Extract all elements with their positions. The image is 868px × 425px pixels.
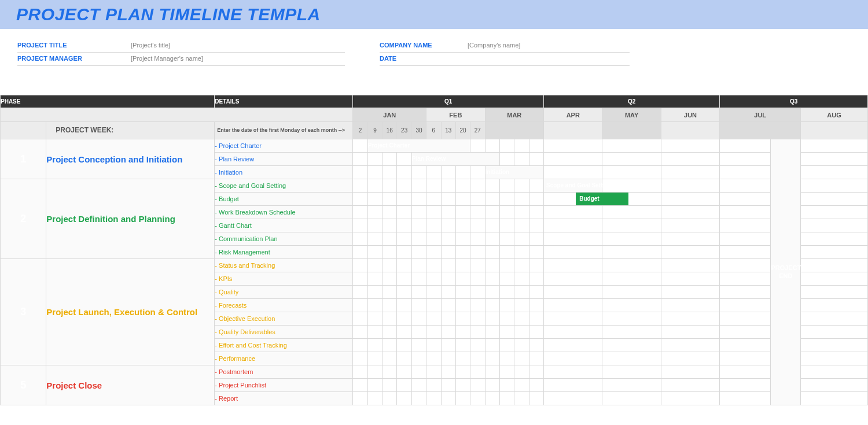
month-jul: JUL [720, 108, 801, 122]
gantt-bar-plan-review[interactable]: Plan Review [411, 153, 499, 166]
phase-name-1: Project Conception and Initiation [46, 139, 215, 179]
title-banner: PROJECT PLAN TIMELINE TEMPLA [0, 0, 868, 29]
timeline-grid: PHASE DETAILS Q1 Q2 Q3 JAN FEB MAR APR M… [0, 95, 868, 405]
week-jan-1[interactable]: 9 [367, 122, 382, 139]
week-jan-3[interactable]: 23 [397, 122, 411, 139]
header-details: DETAILS [215, 95, 353, 108]
month-jan: JAN [353, 108, 426, 122]
header-row-quarters: PHASE DETAILS Q1 Q2 Q3 [1, 95, 868, 108]
detail-cell[interactable]: KPIs [215, 272, 353, 286]
phase-number-5: 5 [1, 365, 46, 405]
project-week-label: PROJECT WEEK: [46, 122, 215, 139]
week-feb-0[interactable]: 6 [426, 122, 441, 139]
month-aug: AUG [801, 108, 868, 122]
month-apr: APR [544, 108, 602, 122]
gantt-bar-budget[interactable]: Budget [576, 193, 628, 205]
phase-number-2: 2 [1, 179, 46, 259]
meta-value-date[interactable] [468, 53, 630, 66]
week-feb-3[interactable]: 27 [470, 122, 485, 139]
gantt-bar-scope-goal[interactable]: Scope and Goal Setting [544, 179, 602, 193]
project-end-column: PROJECT END [771, 139, 801, 405]
header-q1: Q1 [353, 95, 544, 108]
table-row: 3 Project Launch, Execution & Control St… [1, 259, 868, 272]
detail-cell[interactable]: Communication Plan [215, 232, 353, 246]
detail-cell[interactable]: Performance [215, 352, 353, 365]
detail-cell[interactable]: Quality Deliverables [215, 326, 353, 339]
week-jan-4[interactable]: 30 [411, 122, 426, 139]
detail-cell[interactable]: Plan Review [215, 153, 353, 166]
phase-name-5: Project Close [46, 365, 215, 405]
detail-cell[interactable]: Forecasts [215, 299, 353, 312]
detail-cell[interactable]: Report [215, 392, 353, 405]
phase-number-1: 1 [1, 139, 46, 179]
header-phase: PHASE [1, 95, 215, 108]
month-mar: MAR [485, 108, 544, 122]
phase-number-3: 3 [1, 259, 46, 365]
detail-cell[interactable]: Budget [215, 193, 353, 206]
detail-cell[interactable]: Scope and Goal Setting [215, 179, 353, 193]
meta-block: PROJECT TITLE [Project's title] COMPANY … [0, 29, 868, 66]
detail-cell[interactable]: Postmortem [215, 365, 353, 379]
project-week-hint: Enter the date of the first Monday of ea… [215, 122, 353, 139]
meta-value-company-name[interactable]: [Company's name] [468, 39, 630, 53]
month-may: MAY [602, 108, 661, 122]
meta-label-project-manager: PROJECT MANAGER [17, 53, 131, 66]
detail-cell[interactable]: Quality [215, 286, 353, 299]
detail-cell[interactable]: Status and Tracking [215, 259, 353, 272]
week-jan-2[interactable]: 16 [382, 122, 397, 139]
phase-name-2: Project Definition and Planning [46, 179, 215, 259]
header-row-weeks: PROJECT WEEK: Enter the date of the firs… [1, 122, 868, 139]
table-row: 1 Project Conception and Initiation Proj… [1, 139, 868, 153]
gantt-bar-initiation[interactable]: Initiation [485, 166, 544, 179]
detail-cell[interactable]: Gantt Chart [215, 219, 353, 232]
detail-cell[interactable]: Work Breakdown Schedule [215, 206, 353, 219]
header-q2: Q2 [544, 95, 720, 108]
week-feb-2[interactable]: 20 [455, 122, 470, 139]
detail-cell[interactable]: Project Charter [215, 139, 353, 153]
meta-value-project-title[interactable]: [Project's title] [131, 39, 345, 53]
meta-label-company-name: COMPANY NAME [380, 39, 468, 53]
meta-label-project-title: PROJECT TITLE [17, 39, 131, 53]
week-feb-1[interactable]: 13 [441, 122, 455, 139]
detail-cell[interactable]: Risk Management [215, 246, 353, 259]
table-row: 5 Project Close Postmortem [1, 365, 868, 379]
phase-name-3: Project Launch, Execution & Control [46, 259, 215, 365]
detail-cell[interactable]: Effort and Cost Tracking [215, 339, 353, 352]
gantt-bar-project-charter[interactable]: Project Charter [367, 139, 470, 153]
page-title: PROJECT PLAN TIMELINE TEMPLA [16, 5, 321, 24]
detail-cell[interactable]: Objective Execution [215, 312, 353, 326]
header-row-months: JAN FEB MAR APR MAY JUN JUL AUG [1, 108, 868, 122]
detail-cell[interactable]: Project Punchlist [215, 379, 353, 392]
meta-label-date: DATE [380, 53, 468, 66]
table-row: 2 Project Definition and Planning Scope … [1, 179, 868, 193]
meta-value-project-manager[interactable]: [Project Manager's name] [131, 53, 345, 66]
month-feb: FEB [426, 108, 485, 122]
week-jan-0[interactable]: 2 [353, 122, 367, 139]
detail-cell[interactable]: Initiation [215, 166, 353, 179]
header-q3: Q3 [720, 95, 868, 108]
month-jun: JUN [661, 108, 719, 122]
